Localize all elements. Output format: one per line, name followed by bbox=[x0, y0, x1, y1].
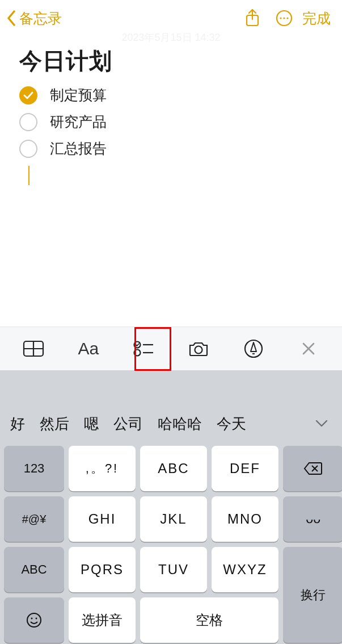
key-backspace[interactable] bbox=[283, 446, 342, 491]
checklist-item[interactable]: 研究产品 bbox=[19, 112, 323, 131]
key-space[interactable]: 空格 bbox=[140, 597, 278, 643]
suggestion[interactable]: 今天 bbox=[217, 414, 246, 434]
camera-button[interactable] bbox=[176, 332, 221, 366]
key-wxyz[interactable]: WXYZ bbox=[212, 547, 278, 592]
note-body[interactable]: 今日计划 制定预算 研究产品 汇总报告 bbox=[0, 42, 342, 185]
keyboard: 好 然后 嗯 公司 哈哈哈 今天 123 ,。?! ABC DEF # bbox=[0, 371, 342, 644]
checkbox-unchecked-icon[interactable] bbox=[19, 113, 37, 131]
chevron-left-icon bbox=[3, 8, 19, 28]
camera-icon bbox=[188, 340, 209, 357]
key-select-pinyin[interactable]: 选拼音 bbox=[69, 597, 136, 643]
svg-point-2 bbox=[280, 17, 281, 19]
svg-point-3 bbox=[283, 17, 285, 19]
key-pqrs[interactable]: PQRS bbox=[69, 547, 136, 592]
key-mno[interactable]: MNO bbox=[212, 496, 278, 542]
suggestion[interactable]: 好 bbox=[10, 414, 25, 434]
suggestion[interactable]: 然后 bbox=[40, 414, 69, 434]
checklist-item[interactable]: 制定预算 bbox=[19, 86, 323, 104]
key-jkl[interactable]: JKL bbox=[140, 496, 207, 542]
key-abc[interactable]: ABC bbox=[140, 446, 207, 491]
key-return[interactable]: 换行 bbox=[283, 547, 342, 643]
share-button[interactable] bbox=[237, 6, 268, 31]
svg-point-8 bbox=[134, 342, 140, 348]
back-button[interactable]: 备忘录 bbox=[3, 8, 62, 28]
dismiss-toolbar-button[interactable] bbox=[286, 332, 331, 366]
share-icon bbox=[244, 9, 260, 28]
back-label: 备忘录 bbox=[19, 9, 62, 28]
svg-point-18 bbox=[27, 613, 41, 627]
note-title[interactable]: 今日计划 bbox=[19, 45, 323, 77]
checklist-item-label: 汇总报告 bbox=[50, 139, 107, 158]
key-tuv[interactable]: TUV bbox=[140, 547, 207, 592]
markup-button[interactable] bbox=[231, 332, 276, 366]
suggestion[interactable]: 公司 bbox=[113, 414, 143, 434]
chevron-down-icon bbox=[315, 420, 328, 428]
table-button[interactable] bbox=[11, 332, 56, 366]
checkbox-checked-icon[interactable] bbox=[19, 86, 37, 104]
note-timestamp: 2023年5月15日 14:32 bbox=[0, 31, 342, 42]
svg-point-10 bbox=[134, 350, 140, 356]
checklist-icon bbox=[133, 340, 154, 358]
done-button[interactable]: 完成 bbox=[300, 9, 334, 28]
key-punct[interactable]: ,。?! bbox=[69, 446, 136, 491]
pen-circle-icon bbox=[244, 339, 263, 358]
key-latin-shift[interactable]: ABC bbox=[4, 547, 64, 592]
checkbox-unchecked-icon[interactable] bbox=[19, 140, 37, 158]
backspace-icon bbox=[303, 462, 323, 475]
text-cursor bbox=[28, 166, 29, 185]
svg-point-20 bbox=[36, 618, 37, 620]
checklist-item-label: 研究产品 bbox=[50, 112, 107, 131]
text-style-button[interactable]: Aa bbox=[66, 332, 111, 366]
key-def[interactable]: DEF bbox=[212, 446, 278, 491]
checklist-button[interactable] bbox=[121, 332, 166, 366]
svg-point-12 bbox=[195, 346, 202, 354]
expand-suggestions-button[interactable] bbox=[311, 413, 332, 434]
suggestion[interactable]: 哈哈哈 bbox=[158, 414, 202, 434]
checklist-item-label: 制定预算 bbox=[50, 86, 107, 104]
text-style-label: Aa bbox=[78, 339, 99, 358]
keypad: 123 ,。?! ABC DEF #@¥ GHI JKL MNO ᴗᴗ ABC … bbox=[0, 441, 342, 643]
suggestion-bar: 好 然后 嗯 公司 哈哈哈 今天 bbox=[0, 406, 342, 441]
svg-point-4 bbox=[286, 17, 288, 19]
table-icon bbox=[23, 340, 44, 357]
checklist-item[interactable]: 汇总报告 bbox=[19, 139, 323, 158]
key-numbers[interactable]: 123 bbox=[4, 446, 64, 491]
emoji-icon bbox=[26, 612, 43, 629]
svg-point-19 bbox=[31, 618, 33, 620]
key-symbols[interactable]: #@¥ bbox=[4, 496, 64, 542]
key-ghi[interactable]: GHI bbox=[69, 496, 136, 542]
key-kaomoji[interactable]: ᴗᴗ bbox=[283, 496, 342, 542]
close-icon bbox=[301, 341, 316, 356]
format-toolbar: Aa bbox=[0, 327, 342, 371]
key-emoji[interactable] bbox=[4, 597, 64, 643]
more-button[interactable] bbox=[268, 6, 300, 31]
suggestion[interactable]: 嗯 bbox=[84, 414, 99, 434]
ellipsis-circle-icon bbox=[276, 10, 293, 27]
